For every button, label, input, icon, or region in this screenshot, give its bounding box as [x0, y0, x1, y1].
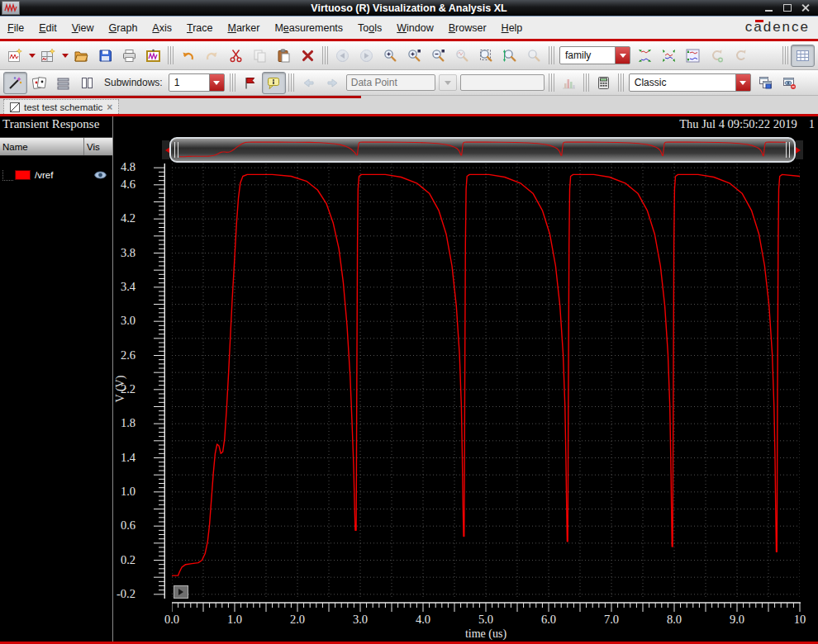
- x-axis-tick-label: 6.0: [541, 613, 556, 627]
- trace-color-swatch[interactable]: [15, 170, 31, 180]
- next-view-icon: [354, 45, 378, 67]
- menu-window[interactable]: Window: [389, 19, 440, 37]
- close-button[interactable]: [801, 3, 811, 12]
- scroll-right-arrow[interactable]: [796, 140, 803, 159]
- snapshot-icon[interactable]: [141, 45, 165, 67]
- tab-label: test test schematic: [24, 102, 102, 112]
- toolbar-separator: [288, 73, 294, 92]
- trace-row-vref[interactable]: /vref: [0, 168, 112, 182]
- y-axis-ruler: [140, 163, 165, 599]
- delete-icon[interactable]: [296, 45, 320, 67]
- combine-all-strips-icon[interactable]: [657, 45, 681, 67]
- previous-view-icon: [331, 45, 354, 67]
- zoom-out-2x-icon[interactable]: [426, 45, 450, 67]
- red-separator-partial: [0, 96, 818, 98]
- table-view-icon[interactable]: [791, 45, 815, 67]
- trace-legend-panel: Name Vis /vref: [0, 135, 112, 642]
- plot-canvas[interactable]: [172, 163, 800, 599]
- subwindows-combo[interactable]: 1: [169, 73, 225, 92]
- toolbar-separator: [168, 46, 174, 64]
- new-subwindow-icon[interactable]: [36, 45, 60, 67]
- fit-view-icon[interactable]: [474, 45, 498, 67]
- menu-help[interactable]: Help: [494, 19, 530, 37]
- y-axis-tick-label: 1.4: [97, 451, 136, 465]
- x-axis-title: time (us): [172, 627, 800, 641]
- workspace-combo-dropdown-icon[interactable]: [735, 74, 750, 91]
- x-axis-tick-label: 9.0: [730, 613, 744, 627]
- horizontal-strips-icon[interactable]: [51, 72, 75, 94]
- strip-chart-mode-icon[interactable]: [681, 45, 705, 67]
- tab-bar: test test schematic ×: [0, 98, 818, 114]
- open-icon[interactable]: [69, 45, 93, 67]
- toolbar-sub: Subwindows:1Classic: [0, 70, 818, 96]
- y-axis-tick-label: 2.6: [97, 348, 136, 362]
- x-axis-tick-label: 1.0: [227, 613, 242, 627]
- save-workspace-icon[interactable]: [754, 72, 778, 94]
- zoom-in-icon[interactable]: [378, 45, 402, 67]
- x-axis-tick-label: 10: [794, 613, 806, 627]
- split-all-strips-icon[interactable]: [633, 45, 657, 67]
- toolbar-separator: [230, 73, 235, 92]
- subwindow-number: 1: [809, 117, 815, 131]
- menu-marker[interactable]: Marker: [220, 19, 267, 37]
- calculator-icon[interactable]: [592, 72, 616, 94]
- graph-title: Transient Response: [2, 117, 99, 131]
- cards-icon[interactable]: [27, 72, 51, 94]
- zoom-to-waveform-icon: [450, 45, 474, 67]
- x-axis-ruler: [172, 602, 801, 613]
- data-point-mini-dropdown: [439, 74, 457, 91]
- vertical-split-icon[interactable]: [75, 72, 99, 94]
- scroll-left-arrow[interactable]: [162, 140, 169, 159]
- menu-trace[interactable]: Trace: [179, 19, 221, 37]
- paste-icon[interactable]: [272, 45, 296, 67]
- legend-vis-header: Vis: [84, 142, 112, 152]
- menu-graph[interactable]: Graph: [102, 19, 145, 37]
- sweep-mode-combo[interactable]: family: [559, 46, 630, 64]
- menu-edit[interactable]: Edit: [31, 19, 64, 37]
- menu-tools[interactable]: Tools: [350, 19, 389, 37]
- sweep-mode-combo-dropdown-icon[interactable]: [615, 47, 630, 64]
- menu-browser[interactable]: Browser: [441, 19, 494, 37]
- flag-icon[interactable]: [238, 72, 262, 94]
- title-bar: Virtuoso (R) Visualization & Analysis XL: [0, 0, 818, 17]
- workspace-combo[interactable]: Classic: [629, 73, 751, 92]
- subwindows-combo-value: 1: [169, 77, 209, 88]
- label-note-icon[interactable]: [262, 72, 286, 94]
- menu-bar: FileEditViewGraphAxisTraceMarkerMeasurem…: [0, 17, 818, 39]
- y-axis-tick-label: 4.8: [97, 160, 136, 174]
- subwindows-combo-dropdown-icon[interactable]: [209, 74, 224, 91]
- tab-test-schematic[interactable]: test test schematic ×: [3, 99, 119, 114]
- copy-icon: [248, 45, 272, 67]
- y-axis-tick-label: 2.2: [97, 382, 136, 396]
- undo-icon[interactable]: [176, 45, 200, 67]
- wand-icon[interactable]: [3, 72, 27, 94]
- y-axis-tick-label: -0.2: [97, 587, 136, 601]
- new-subwindow-dropdown[interactable]: [60, 45, 69, 67]
- toolbar-separator: [322, 46, 328, 64]
- minimize-button[interactable]: [764, 3, 775, 12]
- window-title: Virtuoso (R) Visualization & Analysis XL: [0, 2, 818, 14]
- zoom-in-2x-icon[interactable]: [402, 45, 426, 67]
- new-window-dropdown[interactable]: [27, 45, 36, 67]
- thumb-grip-right[interactable]: [786, 142, 791, 158]
- maximize-button[interactable]: [782, 3, 793, 12]
- menu-file[interactable]: File: [0, 19, 31, 37]
- y-axis-tick-label: 3.8: [97, 246, 136, 260]
- x-axis-tick-label: 5.0: [478, 613, 493, 627]
- new-waveform-window-icon[interactable]: [3, 45, 27, 67]
- menu-view[interactable]: View: [64, 19, 102, 37]
- next-point-icon: [321, 72, 345, 94]
- menu-measurements[interactable]: Measurements: [267, 19, 350, 37]
- menu-axis[interactable]: Axis: [145, 19, 179, 37]
- replay-button[interactable]: [174, 585, 188, 599]
- timestamp: Thu Jul 4 09:50:22 2019: [679, 117, 797, 131]
- subwindows-label: Subwindows:: [104, 77, 163, 88]
- save-icon[interactable]: [93, 45, 117, 67]
- print-icon[interactable]: [117, 45, 141, 67]
- cut-icon[interactable]: [224, 45, 248, 67]
- tab-close-icon[interactable]: ×: [107, 102, 112, 112]
- overview-thumb[interactable]: [169, 137, 796, 163]
- toolbar-separator: [782, 46, 788, 64]
- zoom-y-axis-icon[interactable]: [498, 45, 522, 67]
- delete-workspace-icon[interactable]: [778, 72, 801, 94]
